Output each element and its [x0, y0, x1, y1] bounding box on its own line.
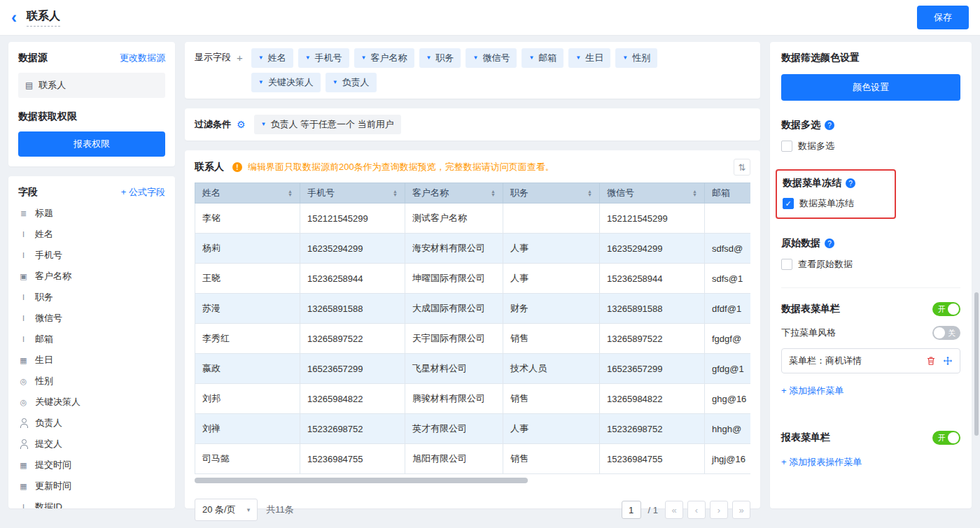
pagination: 1 / 1 « ‹ › »	[622, 501, 750, 519]
column-header-姓名[interactable]: 姓名▲▼	[195, 183, 300, 204]
field-chip-关键决策人[interactable]: ▼关键决策人	[251, 73, 321, 92]
field-chip-邮箱[interactable]: ▼邮箱	[522, 48, 564, 68]
field-item-数据ID[interactable]: I数据ID	[18, 497, 165, 508]
table-menu-toggle[interactable]: 开	[932, 302, 960, 316]
raw-data-checkbox[interactable]: 查看原始数据	[781, 258, 960, 271]
data-table-wrap: 姓名▲▼手机号▲▼客户名称▲▼职务▲▼微信号▲▼邮箱▲▼ 李铭152121545…	[195, 183, 750, 474]
sort-icon[interactable]: ▲▼	[587, 190, 592, 197]
column-header-手机号[interactable]: 手机号▲▼	[300, 183, 405, 204]
table-row: 李铭152121545299测试客户名称152121545299	[195, 204, 751, 234]
field-item-提交人[interactable]: 提交人	[18, 434, 165, 455]
change-datasource-link[interactable]: 更改数据源	[120, 52, 165, 64]
current-page-input[interactable]: 1	[622, 501, 641, 519]
field-item-邮箱[interactable]: I邮箱	[18, 329, 165, 350]
table-cell: 飞星材料公司	[405, 354, 503, 384]
field-item-性别[interactable]: ◎性别	[18, 371, 165, 392]
filter-condition-chip[interactable]: ▼ 负责人 等于任意一个 当前用户	[254, 115, 401, 134]
report-permission-button[interactable]: 报表权限	[18, 131, 165, 157]
field-item-手机号[interactable]: I手机号	[18, 245, 165, 266]
field-label: 邮箱	[35, 333, 53, 345]
field-chip-客户名称[interactable]: ▼客户名称	[354, 48, 414, 68]
add-formula-field-link[interactable]: + 公式字段	[121, 186, 165, 199]
column-header-职务[interactable]: 职务▲▼	[503, 183, 600, 204]
prev-page-button[interactable]: ‹	[687, 501, 706, 519]
gear-icon[interactable]: ⚙	[237, 119, 246, 130]
save-button[interactable]: 保存	[917, 6, 969, 29]
table-cell: 财务	[503, 294, 600, 324]
trash-icon[interactable]	[926, 356, 936, 366]
table-row: 司马懿15236984755旭阳有限公司销售15236984755jhgj@16	[195, 444, 751, 474]
field-item-姓名[interactable]: I姓名	[18, 224, 165, 245]
dropdown-style-toggle[interactable]: 关	[932, 326, 960, 340]
sort-icon[interactable]: ▲▼	[491, 190, 496, 197]
column-header-邮箱[interactable]: 邮箱▲▼	[705, 183, 751, 204]
toggle-knob	[948, 432, 959, 443]
vertical-scrollbar[interactable]	[974, 292, 979, 436]
add-action-menu-link[interactable]: + 添加操作菜单	[781, 385, 844, 397]
filter-condition-label: 负责人 等于任意一个 当前用户	[270, 118, 393, 131]
total-count: 共11条	[266, 504, 294, 516]
chip-label: 生日	[585, 52, 603, 64]
field-item-更新时间[interactable]: ▦更新时间	[18, 476, 165, 497]
back-icon[interactable]: ‹	[11, 9, 17, 26]
field-chip-负责人[interactable]: ▼负责人	[326, 73, 377, 92]
fields-title: 字段	[18, 186, 38, 199]
question-icon[interactable]: ?	[825, 238, 834, 248]
column-header-客户名称[interactable]: 客户名称▲▼	[405, 183, 503, 204]
next-page-button[interactable]: ›	[710, 501, 728, 519]
field-chip-性别[interactable]: ▼性别	[615, 48, 657, 68]
sort-icon[interactable]: ▲▼	[393, 190, 398, 197]
multi-select-checkbox[interactable]: 数据多选	[781, 140, 960, 152]
field-chip-职务[interactable]: ▼职务	[419, 48, 461, 68]
field-item-关键决策人[interactable]: ◎关键决策人	[18, 392, 165, 413]
add-display-field-button[interactable]: +	[237, 52, 243, 64]
sort-icon[interactable]: ▲▼	[692, 190, 697, 197]
question-icon[interactable]: ?	[846, 178, 855, 188]
move-icon[interactable]	[943, 356, 953, 366]
datasource-title: 数据源	[18, 52, 48, 64]
sort-toggle-button[interactable]: ⇅	[734, 159, 750, 176]
field-chip-手机号[interactable]: ▼手机号	[298, 48, 349, 68]
filter-label: 过滤条件	[195, 118, 231, 131]
last-page-button[interactable]: »	[732, 501, 750, 519]
report-menu-toggle[interactable]: 开	[932, 431, 960, 445]
page-title[interactable]: 联系人	[27, 9, 60, 27]
field-item-标题[interactable]: ≣标题	[18, 203, 165, 224]
field-item-提交时间[interactable]: ▦提交时间	[18, 455, 165, 476]
field-item-微信号[interactable]: I微信号	[18, 308, 165, 329]
column-header-微信号[interactable]: 微信号▲▼	[600, 183, 705, 204]
chip-label: 姓名	[268, 52, 286, 64]
field-item-客户名称[interactable]: ▣客户名称	[18, 266, 165, 287]
datasource-item[interactable]: ▤ 联系人	[18, 73, 165, 98]
add-report-menu-link[interactable]: + 添加报表操作菜单	[781, 456, 862, 469]
text-field-icon: I	[18, 229, 29, 239]
table-cell: 大成国际有限公司	[405, 294, 503, 324]
page-size-select[interactable]: 20 条/页 ▾	[195, 499, 258, 521]
table-cell: ghg@16	[705, 384, 751, 414]
menu-item[interactable]: 菜单栏：商机详情	[781, 348, 960, 373]
field-item-生日[interactable]: ▦生日	[18, 350, 165, 371]
horizontal-scrollbar[interactable]	[195, 478, 750, 483]
field-chip-微信号[interactable]: ▼微信号	[465, 48, 517, 68]
field-label: 负责人	[35, 417, 62, 429]
field-chip-生日[interactable]: ▼生日	[568, 48, 610, 68]
sort-icon[interactable]: ▲▼	[288, 190, 293, 197]
chip-label: 微信号	[482, 52, 510, 64]
table-row: 王晓15236258944坤曜国际有限公司人事15236258944sdfs@1	[195, 264, 751, 294]
field-item-职务[interactable]: I职务	[18, 287, 165, 308]
color-settings-button[interactable]: 颜色设置	[781, 74, 960, 101]
field-label: 客户名称	[35, 270, 71, 283]
menu-freeze-checkbox[interactable]: ✓ 数据菜单冻结	[783, 197, 881, 210]
table-cell: 13265897522	[300, 324, 405, 354]
toggle-label: 关	[948, 328, 955, 338]
field-item-负责人[interactable]: 负责人	[18, 413, 165, 434]
first-page-button[interactable]: «	[665, 501, 683, 519]
question-icon[interactable]: ?	[825, 120, 834, 130]
user-field-icon	[18, 439, 29, 449]
menu-freeze-highlight: 数据菜单冻结 ? ✓ 数据菜单冻结	[776, 169, 896, 219]
radio-field-icon: ◎	[18, 397, 29, 407]
chevron-down-icon: ▼	[258, 55, 264, 61]
scrollbar-thumb[interactable]	[195, 478, 528, 483]
field-chip-姓名[interactable]: ▼姓名	[251, 48, 293, 68]
table-cell: 销售	[503, 444, 600, 474]
